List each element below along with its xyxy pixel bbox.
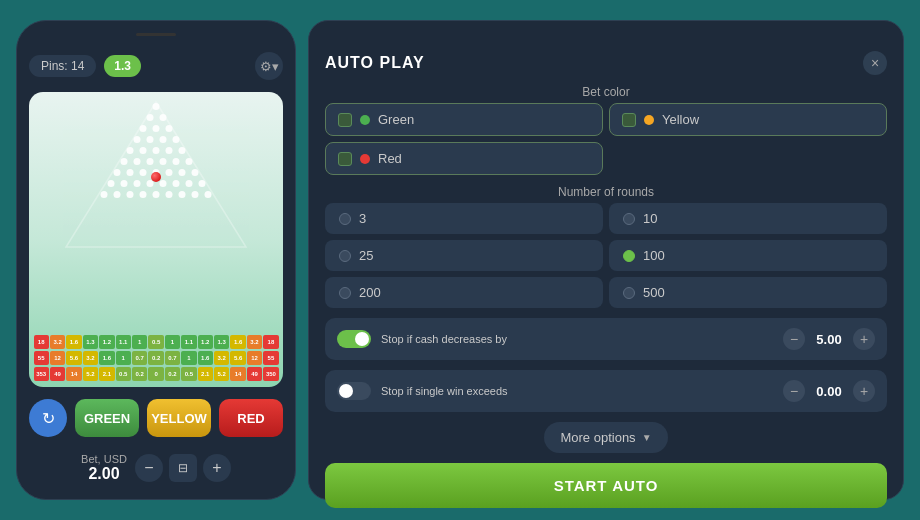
color-option-yellow[interactable]: Yellow	[609, 103, 887, 136]
red-dot	[360, 154, 370, 164]
round-option-500[interactable]: 500	[609, 277, 887, 308]
round-option-25[interactable]: 25	[325, 240, 603, 271]
color-option-green[interactable]: Green	[325, 103, 603, 136]
top-bar: Pins: 14 1.3 ⚙▾	[29, 48, 283, 84]
round-option-3[interactable]: 3	[325, 203, 603, 234]
stop-cash-toggle[interactable]	[337, 330, 371, 348]
game-area: 183.21.61.31.21.110.511.11.21.31.63.218 …	[29, 92, 283, 387]
stop-cash-label: Stop if cash decreases by	[381, 332, 773, 346]
left-phone: Pins: 14 1.3 ⚙▾ 183.21.61.31.21.110.511.…	[16, 20, 296, 500]
round-value-3: 3	[359, 211, 366, 226]
stop-cash-row: Stop if cash decreases by − 5.00 +	[325, 318, 887, 360]
more-options-button[interactable]: More options ▼	[544, 422, 667, 453]
round-value-500: 500	[643, 285, 665, 300]
green-button[interactable]: GREEN	[75, 399, 139, 437]
auto-play-panel: AUTO PLAY × Bet color Green Yellow Red	[308, 20, 904, 500]
toggle-knob-cash	[355, 332, 369, 346]
pins-grid	[98, 102, 215, 201]
refresh-button[interactable]: ↻	[29, 399, 67, 437]
rounds-section: Number of rounds 3 10 25 100 200	[325, 185, 887, 308]
stop-win-value: 0.00	[811, 384, 847, 399]
pins-badge: Pins: 14	[29, 55, 96, 77]
green-dot	[360, 115, 370, 125]
settings-button[interactable]: ⚙▾	[255, 52, 283, 80]
round-option-100[interactable]: 100	[609, 240, 887, 271]
bet-area: Bet, USD 2.00 − ⊟ +	[29, 449, 283, 487]
bet-increase-button[interactable]: +	[203, 454, 231, 482]
multiplier-badge: 1.3	[104, 55, 141, 77]
round-radio-25[interactable]	[339, 250, 351, 262]
stop-win-row: Stop if single win exceeds − 0.00 +	[325, 370, 887, 412]
phone-notch	[136, 33, 176, 36]
rounds-grid: 3 10 25 100 200 500	[325, 203, 887, 308]
round-radio-100[interactable]	[623, 250, 635, 262]
start-auto-button[interactable]: START AUTO	[325, 463, 887, 508]
score-row-3: 35349145.22.10.50.200.20.52.15.21449350	[33, 367, 279, 381]
color-option-red[interactable]: Red	[325, 142, 603, 175]
stop-cash-increase[interactable]: +	[853, 328, 875, 350]
round-value-200: 200	[359, 285, 381, 300]
bet-controls: − ⊟ +	[135, 454, 231, 482]
score-rows: 183.21.61.31.21.110.511.11.21.31.63.218 …	[29, 335, 283, 383]
round-value-10: 10	[643, 211, 657, 226]
bet-color-section: Bet color Green Yellow Red	[325, 85, 887, 175]
round-value-100: 100	[643, 248, 665, 263]
round-value-25: 25	[359, 248, 373, 263]
red-label: Red	[378, 151, 402, 166]
stop-win-toggle[interactable]	[337, 382, 371, 400]
yellow-label: Yellow	[662, 112, 699, 127]
score-row-1: 183.21.61.31.21.110.511.11.21.31.63.218	[33, 335, 279, 349]
more-options-label: More options	[560, 430, 635, 445]
green-checkbox[interactable]	[338, 113, 352, 127]
red-button[interactable]: RED	[219, 399, 283, 437]
stop-cash-controls: − 5.00 +	[783, 328, 875, 350]
bet-label: Bet, USD	[81, 453, 127, 465]
stop-cash-value: 5.00	[811, 332, 847, 347]
chevron-down-icon: ▼	[642, 432, 652, 443]
round-option-200[interactable]: 200	[325, 277, 603, 308]
bet-color-grid: Green Yellow Red	[325, 103, 887, 175]
panel-header: AUTO PLAY ×	[325, 51, 887, 75]
rounds-label: Number of rounds	[325, 185, 887, 199]
bet-value: 2.00	[81, 465, 127, 483]
yellow-button[interactable]: YELLOW	[147, 399, 211, 437]
close-button[interactable]: ×	[863, 51, 887, 75]
round-radio-500[interactable]	[623, 287, 635, 299]
round-radio-200[interactable]	[339, 287, 351, 299]
yellow-dot	[644, 115, 654, 125]
start-auto-label: START AUTO	[554, 477, 659, 494]
round-radio-10[interactable]	[623, 213, 635, 225]
bet-color-label: Bet color	[325, 85, 887, 99]
stop-win-label: Stop if single win exceeds	[381, 384, 773, 398]
color-buttons-row: ↻ GREEN YELLOW RED	[29, 395, 283, 441]
panel-title: AUTO PLAY	[325, 54, 425, 72]
stop-cash-decrease[interactable]: −	[783, 328, 805, 350]
green-label: Green	[378, 112, 414, 127]
stop-win-decrease[interactable]: −	[783, 380, 805, 402]
score-row-2: 55125.63.21.610.70.20.711.63.25.61255	[33, 351, 279, 365]
stop-win-increase[interactable]: +	[853, 380, 875, 402]
game-ball	[151, 172, 161, 182]
yellow-checkbox[interactable]	[622, 113, 636, 127]
round-radio-3[interactable]	[339, 213, 351, 225]
stop-win-controls: − 0.00 +	[783, 380, 875, 402]
bet-stack-button[interactable]: ⊟	[169, 454, 197, 482]
round-option-10[interactable]: 10	[609, 203, 887, 234]
bet-decrease-button[interactable]: −	[135, 454, 163, 482]
toggle-knob-win	[339, 384, 353, 398]
red-checkbox[interactable]	[338, 152, 352, 166]
